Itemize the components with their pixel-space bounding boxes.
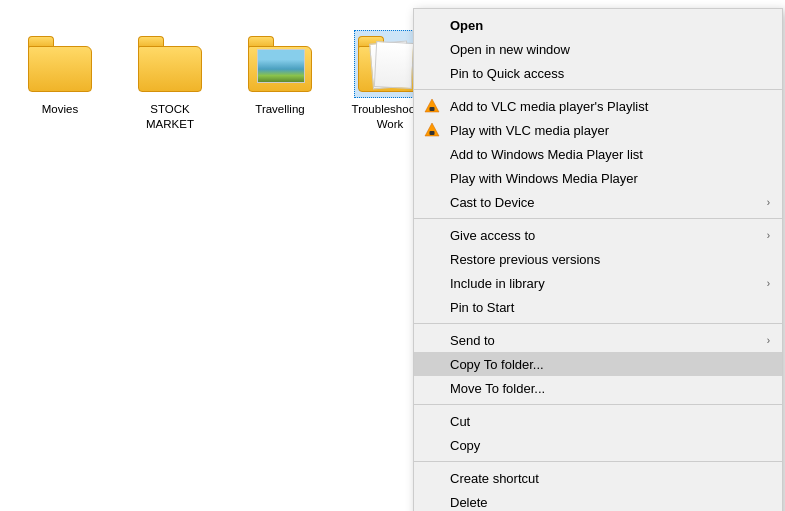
ctx-create-shortcut-label: Create shortcut xyxy=(450,471,539,486)
folder-body xyxy=(248,46,312,92)
ctx-pin-start-label: Pin to Start xyxy=(450,300,514,315)
folder-movies[interactable]: Movies xyxy=(20,30,100,117)
ctx-copy-to-folder[interactable]: Copy To folder... xyxy=(414,352,782,376)
arrow-right-sendto: › xyxy=(767,335,770,346)
ctx-play-wmp[interactable]: Play with Windows Media Player xyxy=(414,166,782,190)
ctx-add-wmp-label: Add to Windows Media Player list xyxy=(450,147,643,162)
folder-papers xyxy=(367,47,415,83)
vlc-icon-1 xyxy=(422,96,442,116)
folder-body xyxy=(138,46,202,92)
separator-1 xyxy=(414,89,782,90)
ctx-send-to[interactable]: Send to › xyxy=(414,328,782,352)
ctx-cast-device-label: Cast to Device xyxy=(450,195,535,210)
context-menu: Open Open in new window Pin to Quick acc… xyxy=(413,8,783,511)
ctx-move-to-folder-label: Move To folder... xyxy=(450,381,545,396)
separator-5 xyxy=(414,461,782,462)
ctx-open-new-window[interactable]: Open in new window xyxy=(414,37,782,61)
ctx-include-library-label: Include in library xyxy=(450,276,545,291)
ctx-create-shortcut[interactable]: Create shortcut xyxy=(414,466,782,490)
arrow-right-cast: › xyxy=(767,197,770,208)
arrow-right-access: › xyxy=(767,230,770,241)
ctx-give-access[interactable]: Give access to › xyxy=(414,223,782,247)
ctx-play-wmp-label: Play with Windows Media Player xyxy=(450,171,638,186)
separator-4 xyxy=(414,404,782,405)
ctx-open-label: Open xyxy=(450,18,483,33)
folder-sky-thumbnail xyxy=(257,49,305,83)
paper-2 xyxy=(374,41,414,89)
ctx-add-vlc-playlist-label: Add to VLC media player's Playlist xyxy=(450,99,648,114)
ctx-restore-versions-label: Restore previous versions xyxy=(450,252,600,267)
ctx-cast-device[interactable]: Cast to Device › xyxy=(414,190,782,214)
ctx-pin-quick-access[interactable]: Pin to Quick access xyxy=(414,61,782,85)
ctx-give-access-label: Give access to xyxy=(450,228,535,243)
folder-icon-wrapper-movies xyxy=(24,30,96,98)
folder-label-stock: STOCK MARKET xyxy=(130,102,210,132)
ctx-move-to-folder[interactable]: Move To folder... xyxy=(414,376,782,400)
ctx-play-vlc-label: Play with VLC media player xyxy=(450,123,609,138)
folder-icon-wrapper-stock xyxy=(134,30,206,98)
ctx-cut-label: Cut xyxy=(450,414,470,429)
ctx-delete-label: Delete xyxy=(450,495,488,510)
folder-label-movies: Movies xyxy=(42,102,78,117)
ctx-copy-label: Copy xyxy=(450,438,480,453)
folder-stock-market[interactable]: STOCK MARKET xyxy=(130,30,210,132)
arrow-right-library: › xyxy=(767,278,770,289)
ctx-restore-versions[interactable]: Restore previous versions xyxy=(414,247,782,271)
folder-body xyxy=(28,46,92,92)
ctx-open-new-window-label: Open in new window xyxy=(450,42,570,57)
folder-icon-travelling xyxy=(248,36,312,92)
ctx-pin-quick-access-label: Pin to Quick access xyxy=(450,66,564,81)
ctx-open[interactable]: Open xyxy=(414,13,782,37)
ctx-add-vlc-playlist[interactable]: Add to VLC media player's Playlist xyxy=(414,94,782,118)
folder-icon-stock xyxy=(138,36,202,92)
ctx-include-library[interactable]: Include in library › xyxy=(414,271,782,295)
svg-rect-3 xyxy=(430,131,435,135)
ctx-copy[interactable]: Copy xyxy=(414,433,782,457)
ctx-pin-start[interactable]: Pin to Start xyxy=(414,295,782,319)
folder-travelling[interactable]: Travelling xyxy=(240,30,320,117)
ctx-copy-to-folder-label: Copy To folder... xyxy=(450,357,544,372)
ctx-delete[interactable]: Delete xyxy=(414,490,782,511)
desktop: Movies STOCK MARKET xyxy=(0,0,785,511)
ctx-cut[interactable]: Cut xyxy=(414,409,782,433)
vlc-icon-2 xyxy=(422,120,442,140)
ctx-play-vlc[interactable]: Play with VLC media player xyxy=(414,118,782,142)
ctx-send-to-label: Send to xyxy=(450,333,495,348)
folder-label-travelling: Travelling xyxy=(255,102,304,117)
ctx-add-wmp[interactable]: Add to Windows Media Player list xyxy=(414,142,782,166)
folder-icon-wrapper-travelling xyxy=(244,30,316,98)
folder-icon-movies xyxy=(28,36,92,92)
svg-rect-1 xyxy=(430,107,435,111)
separator-3 xyxy=(414,323,782,324)
separator-2 xyxy=(414,218,782,219)
